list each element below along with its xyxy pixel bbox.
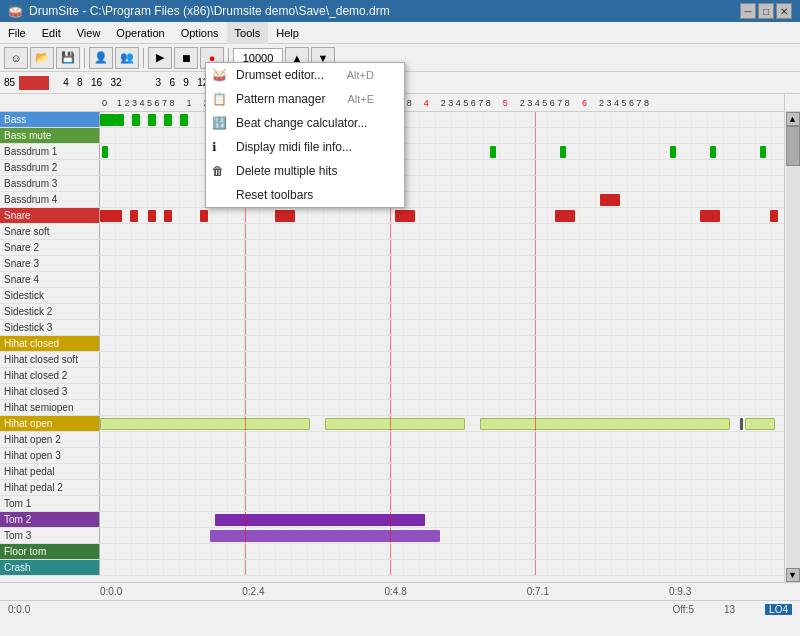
track-snare2: Snare 2 — [0, 240, 784, 256]
toolbar-save[interactable]: 💾 — [56, 47, 80, 69]
track-snare3: Snare 3 — [0, 256, 784, 272]
menu-edit[interactable]: Edit — [34, 22, 69, 44]
track-cells-bassdrum4[interactable] — [100, 192, 784, 207]
track-cells-hihat-closed3[interactable] — [100, 384, 784, 399]
note-bass-4[interactable] — [164, 114, 172, 126]
track-snare4: Snare 4 — [0, 272, 784, 288]
menu-view[interactable]: View — [69, 22, 109, 44]
track-cells-tom2[interactable] — [100, 512, 784, 527]
menu-delete-hits[interactable]: 🗑 Delete multiple hits — [206, 159, 404, 183]
note-bass-3[interactable] — [148, 114, 156, 126]
track-cells-sidestick[interactable] — [100, 288, 784, 303]
toolbar-stop[interactable]: ⏹ — [174, 47, 198, 69]
titlebar-controls[interactable]: ─ □ ✕ — [740, 3, 792, 19]
note-bass-2[interactable] — [132, 114, 140, 126]
note-snare-5[interactable] — [275, 210, 295, 222]
note-snare-1[interactable] — [130, 210, 138, 222]
menu-drumset-editor[interactable]: 🥁 Drumset editor... Alt+D — [206, 63, 404, 87]
menu-options[interactable]: Options — [173, 22, 227, 44]
note-bd1-4[interactable] — [560, 146, 566, 158]
track-cells-snare[interactable] — [100, 208, 784, 223]
note-hihat-open-4[interactable] — [745, 418, 775, 430]
track-cells-hihat-closed[interactable] — [100, 336, 784, 351]
track-cells-bass-mute[interactable] — [100, 128, 784, 143]
track-cells-hihat-closed2[interactable] — [100, 368, 784, 383]
track-cells-hihat-pedal[interactable] — [100, 464, 784, 479]
track-label-bass-mute: Bass mute — [0, 128, 100, 143]
toolbar-open[interactable]: 📂 — [30, 47, 54, 69]
track-cells-tom1[interactable] — [100, 496, 784, 511]
track-cells-bassdrum1[interactable] — [100, 144, 784, 159]
app-icon: 🥁 — [8, 4, 23, 18]
track-cells-sidestick3[interactable] — [100, 320, 784, 335]
track-cells-tom3[interactable] — [100, 528, 784, 543]
track-cells-snare-soft[interactable] — [100, 224, 784, 239]
note-bd1-7[interactable] — [760, 146, 766, 158]
toolbar-person1[interactable]: 👤 — [89, 47, 113, 69]
note-hihat-open-0[interactable] — [100, 418, 310, 430]
note-snare-6[interactable] — [395, 210, 415, 222]
toolbar-person2[interactable]: 👥 — [115, 47, 139, 69]
note-bd1-0[interactable] — [102, 146, 108, 158]
track-label-hihat-open2: Hihat open 2 — [0, 432, 100, 447]
note-bd4-1[interactable] — [600, 194, 620, 206]
track-cells-bassdrum3[interactable] — [100, 176, 784, 191]
note-tom3-0[interactable] — [210, 530, 440, 542]
note-snare-9[interactable] — [770, 210, 778, 222]
menu-file[interactable]: File — [0, 22, 34, 44]
track-cells-hihat-open3[interactable] — [100, 448, 784, 463]
track-cells-bass[interactable] — [100, 112, 784, 127]
note-tom2-0[interactable] — [215, 514, 425, 526]
menu-display-midi[interactable]: ℹ Display midi file info... — [206, 135, 404, 159]
note-snare-3[interactable] — [164, 210, 172, 222]
track-cells-hihat-pedal2[interactable] — [100, 480, 784, 495]
track-cells-crash[interactable] — [100, 560, 784, 575]
scroll-up-button[interactable]: ▲ — [786, 112, 800, 126]
toolbar-smiley[interactable]: ☺ — [4, 47, 28, 69]
track-cells-hihat-semiopen[interactable] — [100, 400, 784, 415]
close-button[interactable]: ✕ — [776, 3, 792, 19]
note-bd1-6[interactable] — [710, 146, 716, 158]
time-3: 0:7.1 — [527, 586, 549, 597]
scroll-down-button[interactable]: ▼ — [786, 568, 800, 582]
note-snare-4[interactable] — [200, 210, 208, 222]
titlebar: 🥁 DrumSite - C:\Program Files (x86)\Drum… — [0, 0, 800, 22]
status-right1: Off:5 — [672, 604, 694, 615]
maximize-button[interactable]: □ — [758, 3, 774, 19]
note-bass-1[interactable] — [116, 114, 124, 126]
menu-pattern-manager[interactable]: 📋 Pattern manager Alt+E — [206, 87, 404, 111]
track-cells-hihat-closed-soft[interactable] — [100, 352, 784, 367]
note-hihat-open-1[interactable] — [325, 418, 465, 430]
note-hihat-open-2[interactable] — [480, 418, 730, 430]
track-floor-tom: Floor tom — [0, 544, 784, 560]
track-cells-floor-tom[interactable] — [100, 544, 784, 559]
note-snare-7[interactable] — [555, 210, 575, 222]
track-cells-snare4[interactable] — [100, 272, 784, 287]
note-bd1-5[interactable] — [670, 146, 676, 158]
menu-beat-change[interactable]: 🔢 Beat change calculator... — [206, 111, 404, 135]
menu-operation[interactable]: Operation — [108, 22, 172, 44]
vertical-scrollbar[interactable]: ▲ ▼ — [784, 112, 800, 582]
menu-help[interactable]: Help — [268, 22, 307, 44]
track-cells-snare2[interactable] — [100, 240, 784, 255]
track-label-hihat-pedal: Hihat pedal — [0, 464, 100, 479]
note-bd1-3[interactable] — [490, 146, 496, 158]
note-hihat-open-3[interactable] — [740, 418, 743, 430]
note-snare-8[interactable] — [700, 210, 720, 222]
menu-tools[interactable]: Tools — [227, 22, 269, 44]
menu-reset-toolbars[interactable]: Reset toolbars — [206, 183, 404, 207]
track-cells-sidestick2[interactable] — [100, 304, 784, 319]
track-label-sidestick: Sidestick — [0, 288, 100, 303]
track-cells-hihat-open[interactable] — [100, 416, 784, 431]
track-cells-snare3[interactable] — [100, 256, 784, 271]
delete-hits-icon: 🗑 — [212, 164, 224, 178]
note-bass-0[interactable] — [100, 114, 116, 126]
minimize-button[interactable]: ─ — [740, 3, 756, 19]
note-snare-2[interactable] — [148, 210, 156, 222]
scroll-thumb[interactable] — [786, 126, 800, 166]
toolbar-play[interactable]: ▶ — [148, 47, 172, 69]
note-bass-5[interactable] — [180, 114, 188, 126]
track-cells-bassdrum2[interactable] — [100, 160, 784, 175]
track-cells-hihat-open2[interactable] — [100, 432, 784, 447]
note-snare-0[interactable] — [100, 210, 122, 222]
